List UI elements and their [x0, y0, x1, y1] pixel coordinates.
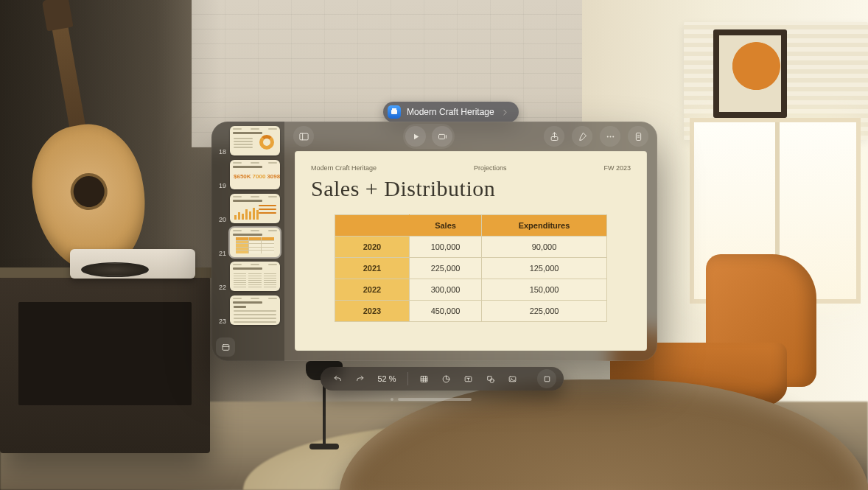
window-title-pill[interactable]: Modern Craft Heritage	[383, 102, 519, 122]
window-resize-dot[interactable]	[391, 398, 393, 401]
row-header-year[interactable]: 2020	[335, 237, 410, 258]
insert-text-button[interactable]	[458, 369, 477, 388]
play-button[interactable]	[405, 126, 426, 147]
insert-menu-button[interactable]	[537, 369, 556, 388]
navigator-grid-icon	[221, 343, 231, 352]
zoom-level[interactable]: 52 %	[372, 374, 402, 383]
slide-header-center: Projections	[474, 164, 507, 172]
toolbar-right-cluster	[544, 126, 648, 147]
svg-rect-11	[487, 376, 491, 379]
slide-thumb-number: 20	[216, 217, 226, 223]
share-icon	[549, 131, 560, 142]
window-title-text: Modern Craft Heritage	[407, 107, 494, 117]
slide-thumb-preview[interactable]	[230, 194, 280, 223]
svg-rect-8	[421, 376, 427, 382]
credenza	[0, 276, 210, 453]
top-toolbar	[284, 122, 657, 151]
cell-sales[interactable]: 450,000	[410, 301, 482, 322]
cell-sales[interactable]: 225,000	[410, 258, 482, 279]
undo-icon	[333, 374, 343, 384]
col-header-expenditures[interactable]: Expenditures	[482, 215, 607, 237]
separator	[407, 372, 408, 385]
slide-thumb-preview[interactable]	[230, 262, 280, 291]
slide-thumb-number: 18	[216, 149, 226, 155]
slide-thumb-18[interactable]: 18	[216, 126, 280, 155]
slide-thumb-19[interactable]: 19$650K70003098	[216, 160, 280, 189]
insert-chart-button[interactable]	[436, 369, 455, 388]
table-row[interactable]: 2022300,000150,000	[335, 279, 607, 301]
slide-header-right: FW 2023	[603, 164, 631, 172]
redo-button[interactable]	[350, 369, 369, 388]
keynote-window: 1819$650K7000309820212223	[211, 122, 657, 361]
broadcast-icon	[437, 131, 448, 142]
slide-header: Modern Craft Heritage Projections FW 202…	[311, 164, 631, 172]
table-row[interactable]: 2020100,00090,000	[335, 237, 607, 258]
play-icon	[410, 131, 421, 142]
cell-expenditures[interactable]: 225,000	[482, 301, 607, 322]
svg-point-12	[489, 378, 493, 382]
insert-media-button[interactable]	[503, 369, 522, 388]
row-header-year[interactable]: 2023	[335, 301, 410, 322]
chart-icon	[441, 374, 451, 384]
turntable-decor	[70, 249, 195, 279]
table-row[interactable]: 2023450,000225,000	[335, 301, 607, 322]
expand-icon	[542, 374, 552, 384]
slide-title[interactable]: Sales + Distribution	[311, 176, 631, 201]
cell-expenditures[interactable]: 150,000	[482, 279, 607, 301]
slide-thumb-number: 21	[216, 251, 226, 257]
document-options-button[interactable]	[628, 126, 648, 147]
insert-shape-button[interactable]	[480, 369, 500, 388]
undo-button[interactable]	[328, 369, 347, 388]
keynote-live-button[interactable]	[432, 126, 452, 147]
svg-rect-15	[545, 377, 550, 382]
col-header-sales[interactable]: Sales	[410, 215, 482, 237]
svg-point-6	[612, 136, 614, 137]
media-icon	[508, 374, 517, 384]
slide-thumb-preview[interactable]	[230, 126, 280, 155]
keynote-app-icon	[388, 105, 401, 119]
wall-art	[713, 29, 787, 118]
slide-thumb-21[interactable]: 21	[216, 228, 280, 257]
slide-thumb-number: 23	[216, 318, 226, 325]
svg-point-5	[609, 136, 611, 137]
share-button[interactable]	[544, 126, 564, 147]
svg-point-4	[606, 136, 608, 137]
document-icon	[633, 131, 644, 142]
window-move-handle[interactable]	[398, 398, 472, 401]
slide-canvas[interactable]: Modern Craft Heritage Projections FW 202…	[295, 151, 647, 351]
slide-thumb-preview[interactable]	[230, 295, 280, 325]
textbox-icon	[463, 374, 473, 384]
svg-rect-7	[636, 133, 640, 140]
cell-expenditures[interactable]: 90,000	[482, 237, 607, 258]
navigator-view-button[interactable]	[216, 337, 235, 357]
svg-rect-0	[223, 344, 229, 350]
slide-thumb-20[interactable]: 20	[216, 194, 280, 223]
chevron-right-icon	[500, 108, 510, 117]
slide-navigator[interactable]: 1819$650K7000309820212223	[211, 122, 284, 361]
cell-sales[interactable]: 100,000	[410, 237, 482, 258]
slide-thumb-number: 19	[216, 183, 226, 189]
toggle-sidebar-button[interactable]	[293, 126, 314, 147]
slide-thumb-23[interactable]: 23	[216, 295, 280, 325]
editor-main: Modern Craft Heritage Projections FW 202…	[284, 122, 657, 361]
slide-thumb-preview[interactable]: $650K70003098	[230, 160, 280, 189]
svg-rect-1	[299, 133, 307, 140]
sales-table[interactable]: Sales Expenditures 2020100,00090,0002021…	[335, 214, 607, 322]
sidebar-icon	[298, 131, 309, 142]
cell-sales[interactable]: 300,000	[410, 279, 482, 301]
shape-icon	[486, 374, 495, 384]
table-row[interactable]: 2021225,000125,000	[335, 258, 607, 279]
ellipsis-icon	[605, 131, 616, 142]
format-button[interactable]	[572, 126, 592, 147]
paintbrush-icon	[577, 131, 588, 142]
slide-thumb-22[interactable]: 22	[216, 262, 280, 291]
table-corner	[335, 215, 410, 237]
row-header-year[interactable]: 2021	[335, 258, 410, 279]
cell-expenditures[interactable]: 125,000	[482, 258, 607, 279]
svg-rect-2	[438, 134, 444, 139]
redo-icon	[355, 374, 365, 384]
more-button[interactable]	[600, 126, 620, 147]
slide-thumb-preview[interactable]	[230, 228, 280, 257]
row-header-year[interactable]: 2022	[335, 279, 410, 301]
insert-table-button[interactable]	[414, 369, 433, 388]
